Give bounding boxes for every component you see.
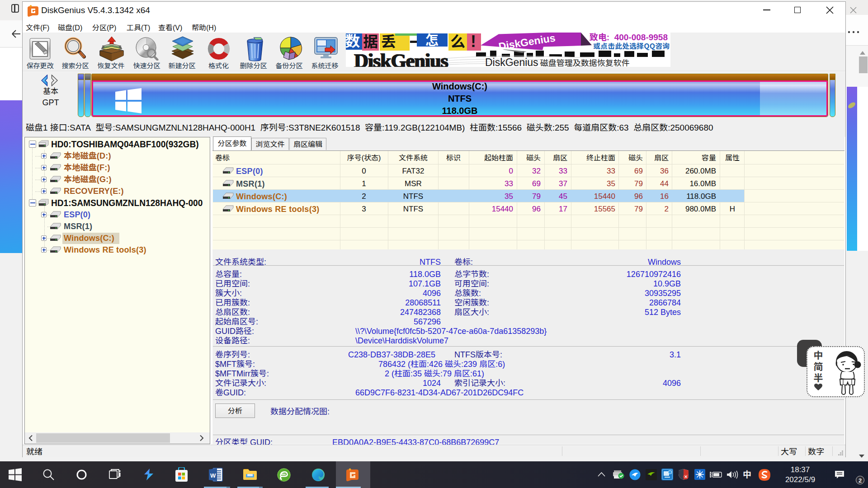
svg-text:W: W xyxy=(210,472,216,479)
